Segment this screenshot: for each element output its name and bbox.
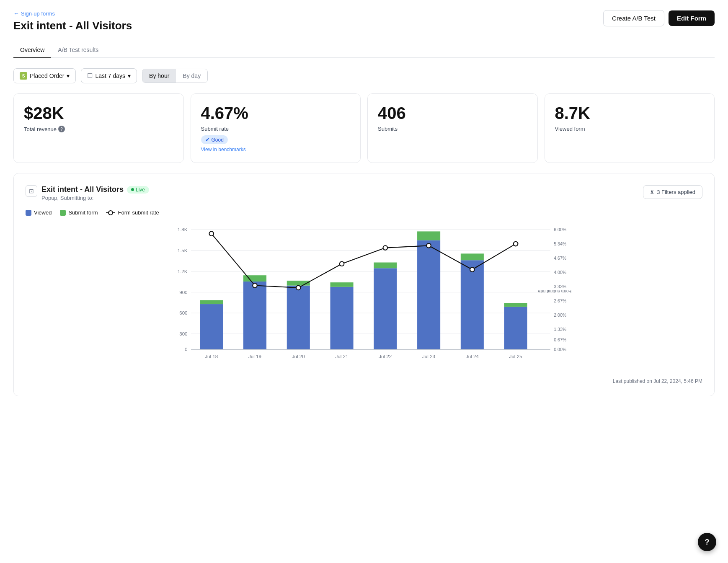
svg-text:Jul 19: Jul 19 [248, 354, 261, 359]
time-toggle-group: By hour By day [142, 69, 208, 83]
help-fab-button[interactable]: ? [698, 533, 716, 551]
rate-dot-jul24 [470, 267, 475, 272]
shopify-icon: S [20, 72, 27, 80]
bar-viewed-jul20 [287, 286, 310, 349]
svg-text:Jul 24: Jul 24 [466, 354, 479, 359]
legend-form-submit-rate: Form submit rate [106, 209, 159, 216]
metric-value-revenue: $28K [24, 104, 173, 122]
chart-svg: 1.8K 1.5K 1.2K 900 600 300 0 6.00% 5.34%… [26, 221, 702, 372]
svg-text:4.00%: 4.00% [554, 270, 567, 275]
svg-text:4.67%: 4.67% [554, 256, 567, 261]
svg-text:900: 900 [179, 289, 188, 295]
bar-submit-jul25 [504, 303, 527, 307]
legend-viewed-icon [26, 210, 31, 216]
metric-value-submit-rate: 4.67% [201, 104, 351, 122]
svg-text:600: 600 [179, 310, 188, 315]
bar-submit-jul21 [330, 282, 354, 287]
metric-label-viewed: Viewed form [555, 126, 705, 132]
live-dot-icon [131, 188, 134, 191]
back-link-label: Sign-up forms [21, 10, 55, 17]
svg-text:0.67%: 0.67% [554, 337, 567, 342]
svg-text:2.00%: 2.00% [554, 312, 567, 318]
metric-value-viewed: 8.7K [555, 104, 705, 122]
metric-card-submit-rate: 4.67% Submit rate ✔ Good View in benchma… [191, 93, 361, 163]
date-range-label: Last 7 days [95, 72, 125, 79]
live-badge: Live [127, 186, 149, 194]
tabs: Overview A/B Test results [13, 42, 715, 58]
chart-form-icon: ⊡ [26, 185, 37, 197]
metric-card-submits: 406 Submits [367, 93, 538, 163]
chart-area: 1.8K 1.5K 1.2K 900 600 300 0 6.00% 5.34%… [26, 221, 702, 372]
svg-text:1.2K: 1.2K [178, 269, 188, 274]
by-hour-toggle[interactable]: By hour [142, 69, 176, 83]
svg-text:Jul 18: Jul 18 [205, 354, 218, 359]
bar-viewed-jul22 [374, 268, 397, 349]
check-icon: ✔ [205, 137, 210, 143]
bar-viewed-jul24 [461, 260, 484, 349]
by-day-toggle[interactable]: By day [176, 69, 207, 83]
metric-label-revenue: Total revenue ? [24, 126, 173, 132]
svg-text:300: 300 [179, 331, 188, 336]
rate-dot-jul23 [426, 243, 431, 248]
placed-order-filter[interactable]: S Placed Order ▾ [13, 68, 76, 83]
back-link[interactable]: ← Sign-up forms [13, 10, 132, 17]
legend-submit-form: Submit form [60, 209, 98, 216]
legend-submit-icon [60, 210, 66, 216]
svg-text:Jul 21: Jul 21 [336, 354, 349, 359]
filters-row: S Placed Order ▾ ☐ Last 7 days ▾ By hour… [13, 68, 715, 83]
chart-title: Exit intent - All Visitors Live [41, 185, 149, 194]
tab-ab-test-results[interactable]: A/B Test results [51, 42, 105, 58]
bar-viewed-jul21 [330, 287, 354, 349]
legend-rate-icon [106, 212, 115, 213]
tab-overview[interactable]: Overview [13, 42, 51, 58]
svg-text:1.5K: 1.5K [178, 248, 188, 253]
chart-legend: Viewed Submit form Form submit rate [26, 209, 702, 216]
rate-dot-jul22 [383, 245, 388, 250]
metric-label-submits: Submits [378, 126, 527, 132]
svg-text:2.67%: 2.67% [554, 298, 567, 303]
edit-form-button[interactable]: Edit Form [669, 10, 715, 26]
chevron-down-icon: ▾ [67, 72, 70, 79]
svg-text:0.00%: 0.00% [554, 347, 567, 352]
view-benchmarks-link[interactable]: View in benchmarks [201, 147, 351, 152]
filter-icon: ⊻ [650, 189, 654, 195]
svg-text:Jul 20: Jul 20 [292, 354, 305, 359]
rate-dot-jul18 [209, 231, 214, 236]
published-note: Last published on Jul 22, 2024, 5:46 PM [26, 378, 702, 384]
svg-text:Jul 23: Jul 23 [422, 354, 435, 359]
svg-text:6.00%: 6.00% [554, 227, 567, 232]
chart-card: ⊡ Exit intent - All Visitors Live Popup,… [13, 173, 715, 396]
chart-header: ⊡ Exit intent - All Visitors Live Popup,… [26, 185, 702, 201]
create-ab-test-button[interactable]: Create A/B Test [603, 10, 664, 26]
legend-viewed: Viewed [26, 209, 52, 216]
chart-title-area: ⊡ Exit intent - All Visitors Live Popup,… [26, 185, 149, 201]
bar-viewed-jul23 [417, 240, 440, 349]
rate-dot-jul25 [514, 242, 518, 246]
svg-text:5.34%: 5.34% [554, 241, 567, 246]
svg-text:3.33%: 3.33% [554, 284, 567, 289]
help-icon-revenue[interactable]: ? [58, 126, 65, 132]
date-range-filter[interactable]: ☐ Last 7 days ▾ [81, 68, 137, 83]
metric-label-submit-rate: Submit rate [201, 126, 351, 132]
placed-order-label: Placed Order [30, 72, 64, 79]
calendar-icon: ☐ [87, 72, 93, 80]
metrics-row: $28K Total revenue ? 4.67% Submit rate ✔… [13, 93, 715, 163]
metric-card-revenue: $28K Total revenue ? [13, 93, 184, 163]
metric-value-submits: 406 [378, 104, 527, 122]
rate-dot-jul21 [340, 261, 344, 266]
page-title: Exit intent - All Visitors [13, 19, 132, 32]
svg-text:0: 0 [185, 346, 188, 352]
back-arrow-icon: ← [13, 10, 19, 17]
header-actions: Create A/B Test Edit Form [603, 10, 715, 26]
bar-submit-jul23 [417, 231, 440, 240]
bar-viewed-jul18 [200, 304, 223, 349]
filters-applied-button[interactable]: ⊻ 3 Filters applied [643, 185, 702, 199]
bar-submit-jul22 [374, 263, 397, 269]
chevron-down-icon-date: ▾ [128, 72, 131, 79]
rate-dot-jul19 [253, 283, 257, 288]
bar-viewed-jul25 [504, 307, 527, 349]
bar-viewed-jul19 [243, 282, 266, 349]
good-badge: ✔ Good [201, 135, 228, 144]
bar-submit-jul24 [461, 253, 484, 260]
svg-text:Jul 25: Jul 25 [509, 354, 522, 359]
